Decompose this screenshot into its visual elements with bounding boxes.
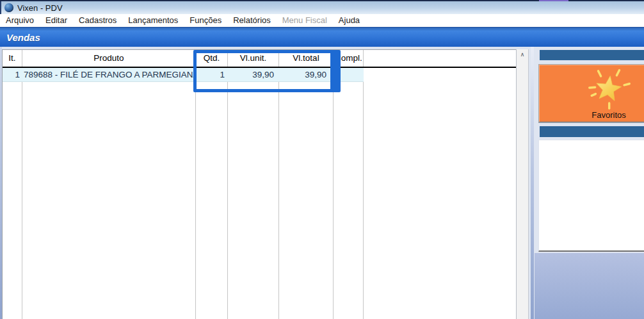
- panel-left-edge: [531, 47, 534, 319]
- cell-compl: [335, 68, 363, 82]
- favoritos-button[interactable]: Favoritos: [538, 64, 644, 123]
- menu-item-arquivo[interactable]: Arquivo: [0, 14, 40, 27]
- column-header-vl-total[interactable]: Vl.total: [279, 50, 333, 65]
- grid-divider: [333, 50, 334, 319]
- panel-footer-area: [535, 253, 644, 319]
- menu-bar: Arquivo Editar Cadastros Lançamentos Fun…: [0, 14, 644, 27]
- cell-it: 1: [3, 68, 20, 82]
- cell-qtd: 1: [196, 68, 225, 82]
- star-icon: [583, 68, 635, 110]
- grid-divider: [227, 50, 228, 319]
- column-header-produto[interactable]: Produto: [22, 50, 195, 65]
- section-header-bar: Vendas: [0, 27, 644, 47]
- right-panel: Favoritos: [531, 47, 644, 319]
- sales-grid: It. Produto Qtd. Vl.unit. Vl.total Compl…: [2, 49, 516, 319]
- main-content: It. Produto Qtd. Vl.unit. Vl.total Compl…: [0, 47, 644, 319]
- grid-divider: [278, 50, 279, 319]
- menu-item-lancamentos[interactable]: Lançamentos: [122, 14, 184, 27]
- menu-item-relatorios[interactable]: Relatórios: [227, 14, 277, 27]
- column-header-compl[interactable]: Compl.: [335, 50, 368, 65]
- grid-divider: [195, 50, 196, 319]
- column-header-vl-unit[interactable]: Vl.unit.: [228, 50, 278, 65]
- scrollbar-up-arrow-icon[interactable]: ∧: [517, 49, 528, 60]
- vixen-logo-icon: [4, 3, 13, 12]
- table-row[interactable]: 1 789688 - FILÉ DE FRANGO A PARMEGIANA 1…: [3, 68, 516, 82]
- menu-item-menu-fiscal: Menu Fiscal: [277, 14, 333, 27]
- grid-header-row: It. Produto Qtd. Vl.unit. Vl.total Compl…: [3, 50, 516, 68]
- title-bar: Vixen - PDV: [0, 1, 644, 14]
- panel-middle-bar: [540, 126, 644, 137]
- favoritos-label: Favoritos: [592, 110, 625, 122]
- cell-vl-unit: 39,90: [228, 68, 274, 82]
- menu-item-cadastros[interactable]: Cadastros: [73, 14, 122, 27]
- menu-item-funcoes[interactable]: Funções: [184, 14, 227, 27]
- column-header-it[interactable]: It.: [3, 50, 22, 65]
- section-title: Vendas: [0, 32, 40, 43]
- grid-divider: [22, 50, 22, 319]
- window-title: Vixen - PDV: [17, 3, 63, 13]
- menu-item-editar[interactable]: Editar: [40, 14, 73, 27]
- cell-produto: 789688 - FILÉ DE FRANGO A PARMEGIANA: [24, 68, 194, 82]
- panel-list-box[interactable]: [538, 140, 644, 252]
- panel-top-bar: [540, 50, 644, 60]
- menu-item-ajuda[interactable]: Ajuda: [333, 14, 366, 27]
- grid-divider: [363, 50, 364, 319]
- grid-vertical-scrollbar[interactable]: ∧: [516, 49, 529, 319]
- column-header-qtd[interactable]: Qtd.: [196, 50, 227, 65]
- cell-vl-total: 39,90: [279, 68, 326, 82]
